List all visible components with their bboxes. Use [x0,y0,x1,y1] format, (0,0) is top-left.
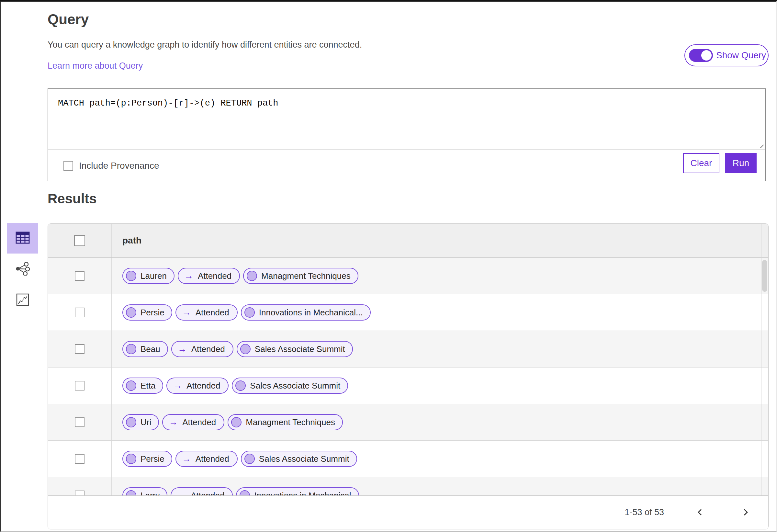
path-cell: Persie → Attended Innovations in Mechani… [112,294,768,331]
clear-button[interactable]: Clear [683,153,719,173]
source-node-pill[interactable]: Persie [122,451,172,467]
row-checkbox[interactable] [75,308,85,317]
target-node-pill[interactable]: Sales Associate Summit [232,378,348,394]
toggle-on-icon[interactable] [689,49,713,62]
node-label: Uri [140,417,151,427]
pagination-prev-button[interactable] [695,506,708,519]
toggle-knob [701,50,711,61]
table-row: Uri → Attended Managment Techniques [48,404,768,441]
row-checkbox-cell [48,294,112,331]
target-label: Managment Techniques [246,417,335,427]
arrow-right-icon: → [182,454,191,463]
include-provenance-checkbox[interactable] [64,161,73,171]
pagination-bar: 1-53 of 53 [48,496,768,529]
edge-label: Attended [191,344,225,354]
chevron-left-icon [698,509,704,516]
node-icon [126,344,136,354]
node-icon [126,417,136,427]
node-label: Etta [140,381,155,391]
target-node-pill[interactable]: Managment Techniques [228,414,343,430]
edge-pill[interactable]: → Attended [166,378,229,394]
source-node-pill[interactable]: Etta [122,378,163,394]
show-query-label: Show Query [716,50,766,61]
edge-label: Attended [187,381,220,391]
target-node-pill[interactable]: Managment Techniques [243,268,358,284]
run-button[interactable]: Run [725,153,757,173]
row-checkbox-cell [48,477,112,496]
node-label: Lauren [140,271,167,281]
results-title: Results [47,191,97,207]
path-cell: Beau → Attended Sales Associate Summit [112,331,768,367]
target-label: Innovations in Mechanical [254,491,351,496]
source-node-pill[interactable]: Beau [122,341,168,357]
source-node-pill[interactable]: Persie [122,304,172,321]
node-icon [247,271,257,281]
path-cell: Uri → Attended Managment Techniques [112,404,768,440]
node-icon [126,490,136,496]
table-row: Beau → Attended Sales Associate Summit [48,331,768,367]
node-icon [231,417,241,427]
table-view-icon [15,231,30,245]
source-node-pill[interactable]: Larry [122,487,168,496]
target-label: Sales Associate Summit [255,344,345,354]
view-toggle-chart[interactable] [7,285,38,316]
row-checkbox[interactable] [75,271,85,281]
edge-pill[interactable]: → Attended [176,304,238,321]
target-node-pill[interactable]: Innovations in Mechanical [236,487,359,496]
node-label: Larry [140,491,159,496]
row-checkbox[interactable] [75,454,85,464]
edge-pill[interactable]: → Attended [171,341,233,357]
source-node-pill[interactable]: Uri [122,414,159,430]
row-checkbox[interactable] [75,344,85,354]
arrow-right-icon: → [169,418,178,427]
page-description: You can query a knowledge graph to ident… [47,40,362,50]
path-cell: Larry → Attended Innovations in Mechanic… [112,477,768,496]
edge-pill[interactable]: → Attended [162,414,224,430]
path-cell: Persie → Attended Sales Associate Summit [112,441,768,477]
edge-pill[interactable]: → Attended [178,268,240,284]
node-label: Persie [140,454,164,464]
header-checkbox-cell [48,224,112,257]
table-row: Persie → Attended Sales Associate Summit [48,441,768,477]
source-node-pill[interactable]: Lauren [122,268,175,284]
edge-label: Attended [198,271,231,281]
target-label: Managment Techniques [261,271,351,281]
learn-more-link[interactable]: Learn more about Query [47,61,143,71]
node-label: Beau [140,344,160,354]
edge-pill[interactable]: → Attended [171,487,233,496]
show-query-toggle[interactable]: Show Query [684,44,769,67]
pagination-range-label: 1-53 of 53 [625,507,664,517]
node-icon [244,307,255,318]
view-toggle-table[interactable] [7,223,38,253]
query-input[interactable]: MATCH path=(p:Person)-[r]->(e) RETURN pa… [48,89,765,149]
row-checkbox[interactable] [75,381,85,391]
chevron-right-icon [741,509,748,516]
node-icon [244,454,255,464]
scrollbar-thumb[interactable] [762,260,767,292]
row-checkbox[interactable] [75,417,85,427]
arrow-right-icon: → [184,271,193,281]
include-provenance-option: Include Provenance [64,161,159,171]
arrow-right-icon: → [178,344,187,353]
chart-view-icon [16,293,29,307]
node-icon [240,344,250,354]
target-node-pill[interactable]: Innovations in Mechanical... [241,304,371,321]
target-node-pill[interactable]: Sales Associate Summit [237,341,353,357]
page-title: Query [47,11,89,27]
include-provenance-label: Include Provenance [79,161,159,171]
target-node-pill[interactable]: Sales Associate Summit [241,451,357,467]
pagination-next-button[interactable] [739,506,752,519]
arrow-right-icon: → [177,491,186,496]
row-checkbox-cell [48,258,112,294]
table-body: Lauren → Attended Managment Techniques P… [48,258,768,496]
table-row: Lauren → Attended Managment Techniques [48,258,768,294]
edge-pill[interactable]: → Attended [176,451,238,467]
node-icon [126,307,136,318]
row-checkbox-cell [48,404,112,440]
node-label: Persie [140,308,164,318]
view-toggle-network[interactable] [7,254,38,285]
path-cell: Etta → Attended Sales Associate Summit [112,367,768,404]
row-checkbox[interactable] [75,491,85,496]
arrow-right-icon: → [182,308,191,317]
select-all-checkbox[interactable] [74,235,85,246]
